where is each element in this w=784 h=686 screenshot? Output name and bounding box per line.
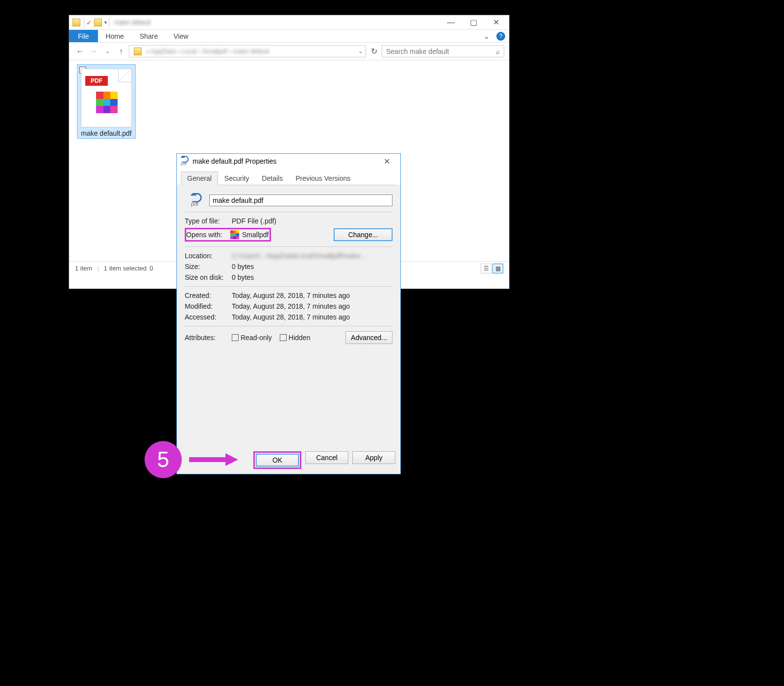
details-view-button[interactable]: ☰ — [481, 264, 491, 273]
properties-dialog: pdf make default.pdf Properties ✕ Genera… — [176, 153, 401, 474]
cancel-button[interactable]: Cancel — [305, 451, 348, 464]
window-title: make default — [114, 19, 150, 26]
ribbon-collapse-icon[interactable]: ⌄ — [481, 32, 492, 40]
item-count: 1 item — [75, 265, 92, 272]
change-button[interactable]: Change... — [334, 228, 392, 241]
minimize-button[interactable]: — — [440, 15, 462, 29]
tab-details[interactable]: Details — [255, 172, 289, 185]
arrow-icon — [189, 453, 238, 466]
modified-value: Today, ‎August ‎28, ‎2018, 7 minutes ago — [232, 302, 392, 310]
tab-home[interactable]: Home — [98, 32, 132, 40]
close-button[interactable]: ✕ — [485, 15, 507, 29]
filename-input[interactable] — [209, 195, 392, 206]
tab-share[interactable]: Share — [132, 32, 166, 40]
address-bar[interactable]: « AppData › Local › Smallpdf › make defa… — [129, 45, 366, 57]
type-label: Type of file: — [185, 217, 232, 225]
qat-dropdown-icon[interactable]: ▾ — [104, 20, 107, 25]
advanced-button[interactable]: Advanced... — [345, 331, 392, 344]
location-label: Location: — [185, 252, 232, 260]
pdf-badge: PDF — [85, 76, 108, 86]
folder-icon — [134, 48, 142, 55]
search-input[interactable]: Search make default ⌕ — [382, 45, 504, 57]
navigation-bar: ← → ⌄ ↑ « AppData › Local › Smallpdf › m… — [69, 43, 509, 60]
tab-general[interactable]: General — [181, 172, 218, 185]
size-on-disk-label: Size on disk: — [185, 273, 232, 281]
dialog-titlebar: pdf make default.pdf Properties ✕ — [177, 154, 400, 169]
attributes-label: Attributes: — [185, 334, 232, 342]
opens-with-value: Smallpdf — [242, 231, 269, 239]
tab-previous-versions[interactable]: Previous Versions — [289, 172, 357, 185]
dialog-title: make default.pdf Properties — [193, 157, 276, 165]
ok-button[interactable]: OK — [256, 454, 299, 466]
dialog-tabs: General Security Details Previous Versio… — [177, 169, 400, 185]
opens-with-highlight: Opens with: Smallpdf — [185, 228, 271, 242]
edge-pdf-icon: pdf — [191, 194, 203, 206]
created-value: Today, ‎August ‎28, ‎2018, 7 minutes ago — [232, 292, 392, 299]
forward-button[interactable]: → — [88, 47, 99, 56]
ok-highlight: OK — [253, 451, 301, 469]
maximize-button[interactable]: ▢ — [462, 15, 485, 29]
opens-with-label: Opens with: — [186, 231, 230, 239]
tab-file[interactable]: File — [69, 30, 98, 42]
search-icon: ⌕ — [496, 48, 500, 55]
tab-view[interactable]: View — [166, 32, 196, 40]
icons-view-button[interactable]: ▦ — [492, 264, 503, 273]
size-value: 0 bytes — [232, 263, 392, 270]
step-badge: 5 — [145, 441, 182, 478]
type-value: PDF File (.pdf) — [232, 217, 392, 225]
created-label: Created: — [185, 292, 232, 299]
tab-security[interactable]: Security — [218, 172, 256, 185]
file-name: make default.pdf — [78, 129, 134, 137]
general-panel: pdf Type of file: PDF File (.pdf) Opens … — [181, 185, 396, 353]
modified-label: Modified: — [185, 302, 232, 310]
up-button[interactable]: ↑ — [115, 47, 127, 56]
smallpdf-icon — [96, 92, 118, 113]
edge-pdf-icon: pdf — [181, 157, 190, 166]
qat-check-icon: ✓ — [86, 19, 92, 26]
selection-count: 1 item selected — [104, 265, 147, 272]
refresh-button[interactable]: ↻ — [368, 47, 380, 56]
location-value: C:\Users\...\AppData\Local\Smallpdf\make… — [232, 252, 392, 260]
hidden-checkbox[interactable]: Hidden — [280, 334, 310, 342]
pdf-thumbnail: PDF — [81, 69, 132, 127]
size-label: Size: — [185, 263, 232, 270]
help-icon[interactable]: ? — [496, 32, 505, 41]
smallpdf-icon — [230, 230, 239, 239]
ribbon-tabs: File Home Share View ⌄ ? — [69, 30, 509, 43]
file-item[interactable]: ✓ PDF make default.pdf — [77, 64, 136, 139]
dialog-close-button[interactable]: ✕ — [377, 157, 396, 166]
dialog-button-row: OK Cancel Apply — [253, 451, 395, 469]
folder-icon — [94, 19, 102, 26]
search-placeholder: Search make default — [386, 48, 449, 55]
apply-button[interactable]: Apply — [352, 451, 395, 464]
accessed-value: Today, ‎August ‎28, ‎2018, 7 minutes ago — [232, 313, 392, 321]
readonly-checkbox[interactable]: Read-only — [232, 334, 272, 342]
explorer-titlebar: ✓ ▾ make default — ▢ ✕ — [69, 15, 509, 30]
history-dropdown[interactable]: ⌄ — [101, 48, 113, 54]
size-on-disk-value: 0 bytes — [232, 273, 392, 281]
accessed-label: Accessed: — [185, 313, 232, 321]
selection-size: 0 — [149, 265, 153, 272]
folder-icon — [73, 19, 80, 26]
back-button[interactable]: ← — [74, 47, 86, 56]
